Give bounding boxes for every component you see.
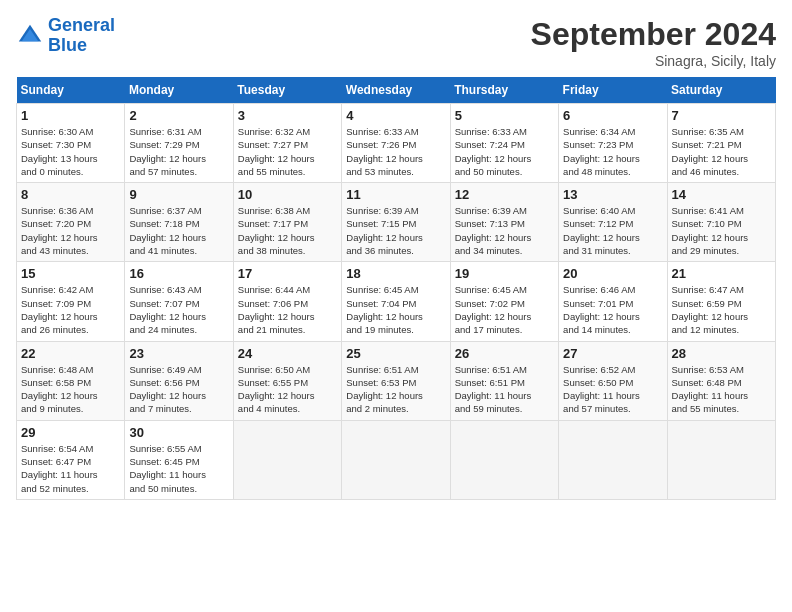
- day-info: Sunrise: 6:55 AMSunset: 6:45 PMDaylight:…: [129, 442, 228, 495]
- info-line: Daylight: 12 hours: [346, 311, 423, 322]
- day-number: 12: [455, 187, 554, 202]
- day-info: Sunrise: 6:36 AMSunset: 7:20 PMDaylight:…: [21, 204, 120, 257]
- calendar-cell: 30Sunrise: 6:55 AMSunset: 6:45 PMDayligh…: [125, 420, 233, 499]
- info-line: Sunset: 6:47 PM: [21, 456, 91, 467]
- day-number: 7: [672, 108, 771, 123]
- info-line: and 0 minutes.: [21, 166, 83, 177]
- day-info: Sunrise: 6:49 AMSunset: 6:56 PMDaylight:…: [129, 363, 228, 416]
- day-info: Sunrise: 6:43 AMSunset: 7:07 PMDaylight:…: [129, 283, 228, 336]
- header-row: Sunday Monday Tuesday Wednesday Thursday…: [17, 77, 776, 104]
- info-line: and 55 minutes.: [238, 166, 306, 177]
- calendar-cell: 27Sunrise: 6:52 AMSunset: 6:50 PMDayligh…: [559, 341, 667, 420]
- day-number: 30: [129, 425, 228, 440]
- info-line: Daylight: 12 hours: [129, 232, 206, 243]
- week-row-2: 8Sunrise: 6:36 AMSunset: 7:20 PMDaylight…: [17, 183, 776, 262]
- day-number: 22: [21, 346, 120, 361]
- info-line: Sunset: 7:26 PM: [346, 139, 416, 150]
- info-line: Sunset: 7:10 PM: [672, 218, 742, 229]
- day-info: Sunrise: 6:46 AMSunset: 7:01 PMDaylight:…: [563, 283, 662, 336]
- day-info: Sunrise: 6:54 AMSunset: 6:47 PMDaylight:…: [21, 442, 120, 495]
- info-line: Daylight: 12 hours: [238, 311, 315, 322]
- calendar-cell: 1Sunrise: 6:30 AMSunset: 7:30 PMDaylight…: [17, 104, 125, 183]
- info-line: and 12 minutes.: [672, 324, 740, 335]
- calendar-cell: 16Sunrise: 6:43 AMSunset: 7:07 PMDayligh…: [125, 262, 233, 341]
- calendar-cell: [667, 420, 775, 499]
- info-line: Sunset: 6:48 PM: [672, 377, 742, 388]
- info-line: Sunrise: 6:33 AM: [346, 126, 418, 137]
- day-number: 17: [238, 266, 337, 281]
- info-line: Daylight: 11 hours: [129, 469, 206, 480]
- info-line: Sunset: 7:07 PM: [129, 298, 199, 309]
- info-line: and 2 minutes.: [346, 403, 408, 414]
- info-line: Sunrise: 6:44 AM: [238, 284, 310, 295]
- info-line: and 38 minutes.: [238, 245, 306, 256]
- info-line: Daylight: 11 hours: [455, 390, 532, 401]
- info-line: and 14 minutes.: [563, 324, 631, 335]
- info-line: and 4 minutes.: [238, 403, 300, 414]
- info-line: and 59 minutes.: [455, 403, 523, 414]
- info-line: Sunrise: 6:48 AM: [21, 364, 93, 375]
- calendar-cell: 15Sunrise: 6:42 AMSunset: 7:09 PMDayligh…: [17, 262, 125, 341]
- info-line: Sunset: 6:45 PM: [129, 456, 199, 467]
- day-number: 11: [346, 187, 445, 202]
- calendar-cell: 3Sunrise: 6:32 AMSunset: 7:27 PMDaylight…: [233, 104, 341, 183]
- info-line: Daylight: 12 hours: [672, 153, 749, 164]
- day-info: Sunrise: 6:40 AMSunset: 7:12 PMDaylight:…: [563, 204, 662, 257]
- info-line: and 57 minutes.: [563, 403, 631, 414]
- info-line: Daylight: 12 hours: [672, 311, 749, 322]
- col-thursday: Thursday: [450, 77, 558, 104]
- day-number: 29: [21, 425, 120, 440]
- calendar-cell: 26Sunrise: 6:51 AMSunset: 6:51 PMDayligh…: [450, 341, 558, 420]
- calendar-cell: 5Sunrise: 6:33 AMSunset: 7:24 PMDaylight…: [450, 104, 558, 183]
- info-line: Sunrise: 6:35 AM: [672, 126, 744, 137]
- calendar-cell: 4Sunrise: 6:33 AMSunset: 7:26 PMDaylight…: [342, 104, 450, 183]
- day-info: Sunrise: 6:39 AMSunset: 7:15 PMDaylight:…: [346, 204, 445, 257]
- info-line: Daylight: 12 hours: [238, 232, 315, 243]
- day-info: Sunrise: 6:51 AMSunset: 6:53 PMDaylight:…: [346, 363, 445, 416]
- calendar-cell: [559, 420, 667, 499]
- day-number: 8: [21, 187, 120, 202]
- info-line: Daylight: 12 hours: [672, 232, 749, 243]
- col-sunday: Sunday: [17, 77, 125, 104]
- info-line: Sunset: 7:20 PM: [21, 218, 91, 229]
- calendar-cell: 6Sunrise: 6:34 AMSunset: 7:23 PMDaylight…: [559, 104, 667, 183]
- info-line: Sunrise: 6:39 AM: [455, 205, 527, 216]
- info-line: and 19 minutes.: [346, 324, 414, 335]
- info-line: and 52 minutes.: [21, 483, 89, 494]
- info-line: Daylight: 12 hours: [238, 153, 315, 164]
- calendar-cell: 2Sunrise: 6:31 AMSunset: 7:29 PMDaylight…: [125, 104, 233, 183]
- col-tuesday: Tuesday: [233, 77, 341, 104]
- week-row-4: 22Sunrise: 6:48 AMSunset: 6:58 PMDayligh…: [17, 341, 776, 420]
- info-line: Sunrise: 6:49 AM: [129, 364, 201, 375]
- day-info: Sunrise: 6:30 AMSunset: 7:30 PMDaylight:…: [21, 125, 120, 178]
- info-line: Sunrise: 6:52 AM: [563, 364, 635, 375]
- day-number: 9: [129, 187, 228, 202]
- info-line: Daylight: 12 hours: [455, 232, 532, 243]
- info-line: Sunrise: 6:41 AM: [672, 205, 744, 216]
- day-number: 20: [563, 266, 662, 281]
- info-line: Daylight: 12 hours: [129, 390, 206, 401]
- calendar-cell: 8Sunrise: 6:36 AMSunset: 7:20 PMDaylight…: [17, 183, 125, 262]
- info-line: and 46 minutes.: [672, 166, 740, 177]
- info-line: and 7 minutes.: [129, 403, 191, 414]
- info-line: Daylight: 12 hours: [346, 153, 423, 164]
- calendar-cell: 24Sunrise: 6:50 AMSunset: 6:55 PMDayligh…: [233, 341, 341, 420]
- calendar-cell: 20Sunrise: 6:46 AMSunset: 7:01 PMDayligh…: [559, 262, 667, 341]
- calendar-cell: 18Sunrise: 6:45 AMSunset: 7:04 PMDayligh…: [342, 262, 450, 341]
- info-line: Sunrise: 6:46 AM: [563, 284, 635, 295]
- info-line: Sunset: 6:51 PM: [455, 377, 525, 388]
- calendar-cell: 7Sunrise: 6:35 AMSunset: 7:21 PMDaylight…: [667, 104, 775, 183]
- info-line: and 53 minutes.: [346, 166, 414, 177]
- day-number: 14: [672, 187, 771, 202]
- info-line: Sunset: 6:56 PM: [129, 377, 199, 388]
- info-line: Daylight: 12 hours: [129, 153, 206, 164]
- day-info: Sunrise: 6:51 AMSunset: 6:51 PMDaylight:…: [455, 363, 554, 416]
- info-line: Daylight: 12 hours: [21, 311, 98, 322]
- info-line: Sunrise: 6:51 AM: [346, 364, 418, 375]
- info-line: and 50 minutes.: [455, 166, 523, 177]
- info-line: and 21 minutes.: [238, 324, 306, 335]
- calendar-cell: 25Sunrise: 6:51 AMSunset: 6:53 PMDayligh…: [342, 341, 450, 420]
- calendar-table: Sunday Monday Tuesday Wednesday Thursday…: [16, 77, 776, 500]
- calendar-cell: 14Sunrise: 6:41 AMSunset: 7:10 PMDayligh…: [667, 183, 775, 262]
- info-line: and 36 minutes.: [346, 245, 414, 256]
